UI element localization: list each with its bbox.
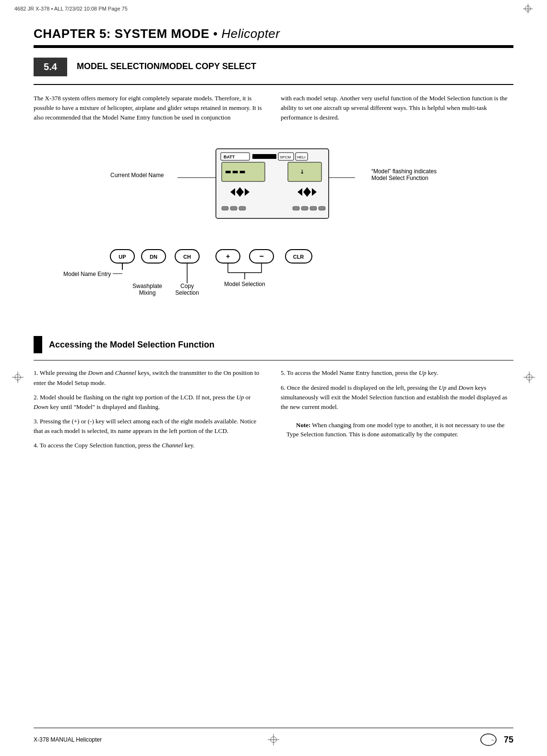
svg-rect-32: [301, 206, 308, 210]
svg-text:MODEL: MODEL: [306, 165, 320, 169]
note-label: Note:: [296, 421, 310, 429]
svg-marker-25: [303, 187, 311, 197]
chapter-rule: [34, 45, 513, 48]
accessing-black-box: [34, 336, 42, 353]
svg-rect-14: [296, 153, 308, 160]
chapter-title-bold: CHAPTER 5: SYSTEM MODE: [34, 26, 209, 41]
svg-text:CH: CH: [183, 254, 191, 260]
transmitter-diagram-area: Current Model Name BATT: [34, 134, 513, 226]
svg-text:UP: UP: [119, 254, 126, 260]
accessing-title: Accessing the Model Selection Function: [49, 340, 214, 350]
section-title: MODEL SELECTION/MODEL COPY SELECT: [77, 58, 256, 72]
svg-text:Copy: Copy: [180, 283, 194, 289]
chapter-title: CHAPTER 5: SYSTEM MODE • Helicopter: [34, 26, 513, 41]
svg-rect-11: [252, 154, 276, 159]
svg-rect-29: [230, 206, 237, 210]
note-text: When changing from one model type to ano…: [286, 421, 505, 438]
svg-rect-8: [216, 149, 329, 218]
section-rule: [34, 84, 513, 85]
svg-marker-23: [245, 188, 250, 196]
footer-logo: ~: [479, 732, 498, 747]
page: 4682 JR X-378 • ALL 7/23/02 10:08 PM Pag…: [0, 0, 547, 756]
svg-text:+: +: [226, 252, 230, 260]
svg-text:Selection: Selection: [175, 289, 199, 296]
svg-rect-33: [310, 206, 317, 210]
accessing-rule: [34, 360, 513, 360]
anno-model-flashing: “Model” flashing indicates Model Select …: [371, 168, 437, 181]
svg-rect-31: [293, 206, 299, 210]
footer-right: ~ 75: [479, 732, 513, 747]
svg-text:Model Selection: Model Selection: [224, 281, 265, 288]
note-box: Note: When changing from one model type …: [281, 417, 513, 443]
accessing-para-6: 6. Once the desired model is displayed o…: [281, 383, 513, 412]
chapter-title-italic: • Helicopter: [209, 26, 280, 41]
svg-marker-27: [312, 188, 317, 196]
svg-text:BATT: BATT: [224, 155, 235, 159]
svg-marker-21: [236, 187, 244, 197]
accessing-right-col: 5. To access the Model Name Entry functi…: [281, 368, 513, 455]
svg-marker-22: [230, 188, 235, 196]
svg-marker-26: [297, 188, 302, 196]
footer-left-text: X-378 MANUAL Helicopter: [34, 736, 102, 743]
svg-text:▬▬▬: ▬▬▬: [226, 166, 247, 176]
svg-rect-17: [222, 162, 265, 181]
svg-text:−: −: [259, 252, 263, 260]
printer-marks: 4682 JR X-378 • ALL 7/23/02 10:08 PM Pag…: [14, 4, 533, 13]
svg-text:Mixing: Mixing: [139, 289, 156, 296]
section-5-4-header: 5.4 MODEL SELECTION/MODEL COPY SELECT: [34, 58, 513, 76]
intro-right: with each model setup. Another very usef…: [281, 94, 513, 122]
svg-text:~: ~: [491, 737, 494, 743]
anno-current-model: Current Model Name: [110, 172, 164, 179]
svg-text:SPCM: SPCM: [280, 155, 291, 159]
footer-page-number: 75: [504, 735, 513, 745]
crosshair-left-mid: [12, 372, 24, 383]
svg-marker-24: [236, 186, 244, 191]
button-diagram: UP DN CH + − CLR: [34, 240, 513, 326]
accessing-para-3: 3. Pressing the (+) or (-) key will sele…: [34, 417, 266, 436]
accessing-para-2: 2. Model should be flashing on the right…: [34, 393, 266, 412]
svg-rect-30: [239, 206, 246, 210]
accessing-left-col: 1. While pressing the Down and Channel k…: [34, 368, 266, 455]
svg-text:DN: DN: [150, 254, 157, 260]
intro-left: The X-378 system offers memory for eight…: [34, 94, 266, 122]
svg-rect-19: [288, 162, 321, 181]
accessing-para-5: 5. To access the Model Name Entry functi…: [281, 368, 513, 378]
svg-rect-28: [222, 206, 228, 210]
svg-rect-34: [319, 206, 325, 210]
svg-text:HELI: HELI: [297, 155, 306, 159]
crosshair-right-mid: [523, 372, 535, 383]
accessing-para-4: 4. To access the Copy Selection function…: [34, 441, 266, 450]
svg-text:Swashplate: Swashplate: [132, 283, 162, 289]
accessing-text-columns: 1. While pressing the Down and Channel k…: [34, 368, 513, 455]
accessing-section: Accessing the Model Selection Function 1…: [34, 336, 513, 455]
section-number: 5.4: [34, 58, 67, 76]
svg-text:CLR: CLR: [293, 254, 304, 260]
chapter-header: CHAPTER 5: SYSTEM MODE • Helicopter: [34, 26, 513, 41]
printer-marks-text: 4682 JR X-378 • ALL 7/23/02 10:08 PM Pag…: [14, 6, 128, 12]
crosshair-bottom: [268, 734, 279, 745]
crosshair-top: [523, 4, 533, 13]
svg-rect-9: [221, 153, 250, 160]
accessing-para-1: 1. While pressing the Down and Channel k…: [34, 368, 266, 387]
accessing-header: Accessing the Model Selection Function: [34, 336, 513, 353]
svg-text:Model Name Entry: Model Name Entry: [63, 271, 111, 277]
button-diagram-svg: UP DN CH + − CLR: [34, 240, 513, 326]
intro-text: The X-378 system offers memory for eight…: [34, 94, 513, 122]
svg-rect-12: [278, 153, 294, 160]
main-content: CHAPTER 5: SYSTEM MODE • Helicopter 5.4 …: [34, 26, 513, 730]
svg-text:↓: ↓: [300, 167, 305, 176]
